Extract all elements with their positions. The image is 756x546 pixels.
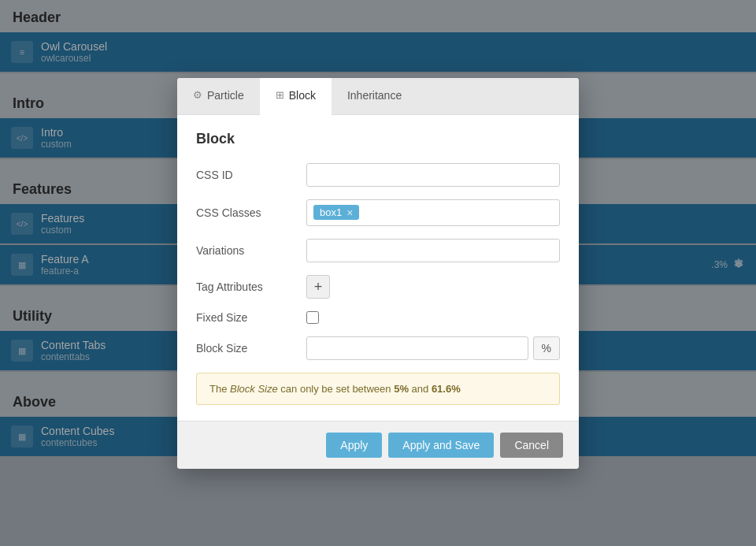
warning-italic: Block Size <box>230 383 278 395</box>
block-size-label: Block Size <box>196 342 306 355</box>
apply-button[interactable]: Apply <box>326 433 382 458</box>
block-size-warning: The Block Size can only be set between 5… <box>196 373 560 405</box>
tag-label: box1 <box>320 206 342 218</box>
form-row-css-classes: CSS Classes box1 × <box>196 199 560 226</box>
block-size-unit: % <box>533 336 560 360</box>
css-id-label: CSS ID <box>196 169 306 181</box>
apply-save-button[interactable]: Apply and Save <box>388 433 494 458</box>
tab-inheritance-label: Inheritance <box>347 89 402 102</box>
variations-label: Variations <box>196 244 306 257</box>
css-id-control <box>306 163 560 187</box>
tag-remove-box1[interactable]: × <box>346 207 353 218</box>
tag-attributes-control: + <box>306 275 560 299</box>
css-class-tag-box1: box1 × <box>313 205 359 220</box>
css-classes-label: CSS Classes <box>196 206 306 219</box>
form-row-tag-attributes: Tag Attributes + <box>196 275 560 299</box>
variations-control <box>306 239 560 262</box>
block-size-control: 33.3 % <box>306 336 560 360</box>
modal-footer: Apply Apply and Save Cancel <box>177 421 579 469</box>
tab-inheritance[interactable]: Inheritance <box>332 78 417 115</box>
fixed-size-checkbox[interactable] <box>306 311 319 324</box>
warning-text-middle: can only be set between <box>278 383 394 395</box>
variations-input[interactable] <box>306 239 560 262</box>
warning-text-and: and <box>409 383 432 395</box>
css-id-input[interactable] <box>306 163 560 187</box>
form-row-block-size: Block Size 33.3 % <box>196 336 560 360</box>
block-size-row: 33.3 % <box>306 336 560 360</box>
modal-body: Block CSS ID CSS Classes box1 × <box>177 115 579 421</box>
form-row-fixed-size: Fixed Size <box>196 311 560 324</box>
tab-particle-label: Particle <box>207 89 244 102</box>
css-classes-tag-wrapper[interactable]: box1 × <box>306 199 560 226</box>
modal-title: Block <box>196 131 560 147</box>
tab-block[interactable]: ⊞ Block <box>260 78 332 115</box>
fixed-size-label: Fixed Size <box>196 311 306 324</box>
form-row-variations: Variations <box>196 239 560 262</box>
modal-tabs: ⚙ Particle ⊞ Block Inheritance <box>177 78 579 115</box>
warning-value2: 61.6% <box>432 383 461 395</box>
particle-tab-icon: ⚙ <box>193 89 202 101</box>
tag-attributes-label: Tag Attributes <box>196 280 306 293</box>
modal-dialog: ⚙ Particle ⊞ Block Inheritance Block CSS… <box>177 78 579 469</box>
form-row-css-id: CSS ID <box>196 163 560 187</box>
css-classes-control: box1 × <box>306 199 560 226</box>
warning-value1: 5% <box>394 383 409 395</box>
fixed-size-control <box>306 311 560 324</box>
block-size-input[interactable]: 33.3 <box>306 336 528 360</box>
cancel-button[interactable]: Cancel <box>500 433 563 458</box>
modal-overlay: ⚙ Particle ⊞ Block Inheritance Block CSS… <box>0 0 756 546</box>
tab-block-label: Block <box>289 89 316 102</box>
warning-text-before: The <box>209 383 230 395</box>
tag-attributes-add-button[interactable]: + <box>306 275 330 299</box>
block-tab-icon: ⊞ <box>276 89 284 101</box>
tab-particle[interactable]: ⚙ Particle <box>177 78 260 115</box>
